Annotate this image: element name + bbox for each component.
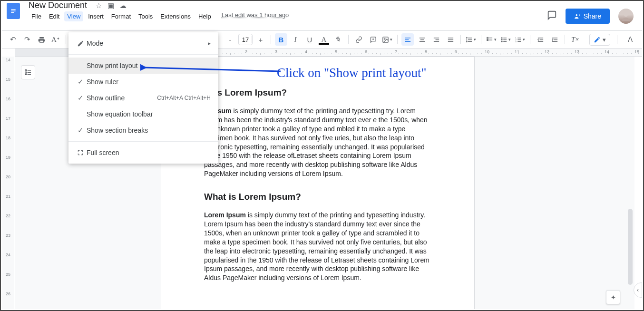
clear-formatting-button[interactable]: T✕ [569, 33, 581, 46]
checklist-button[interactable] [485, 33, 498, 46]
line-spacing-button[interactable] [465, 33, 477, 46]
menu-show-section-breaks[interactable]: ✓ Show section breaks [68, 122, 218, 138]
menu-mode[interactable]: Mode ▸ [68, 35, 218, 51]
side-panel-toggle[interactable]: ‹ [634, 282, 642, 298]
italic-button[interactable]: I [289, 33, 302, 46]
align-left-button[interactable] [401, 33, 414, 46]
highlight-button[interactable]: ✎ [330, 33, 346, 46]
shortcut-label: Ctrl+Alt+A Ctrl+Alt+H [157, 95, 211, 101]
svg-point-9 [501, 37, 502, 38]
menu-file[interactable]: File [29, 11, 44, 21]
svg-text:3: 3 [515, 40, 517, 42]
document-title[interactable]: New Document [29, 0, 87, 10]
font-size-input[interactable]: 17 [238, 34, 253, 45]
pen-icon [594, 36, 601, 43]
docs-logo[interactable] [7, 3, 20, 19]
svg-point-4 [624, 13, 628, 17]
editing-mode-button[interactable]: ▾ [589, 34, 610, 46]
spellcheck-button[interactable]: A✦ [49, 33, 62, 46]
menu-show-equation-toolbar[interactable]: Show equation toolbar [68, 106, 218, 122]
paragraph-2[interactable]: Lorem Ipsum is simply dummy text of the … [204, 211, 431, 282]
align-right-button[interactable] [430, 33, 442, 46]
share-button[interactable]: Share [566, 9, 610, 24]
insert-image-button[interactable] [381, 33, 393, 46]
heading-1[interactable]: at is Lorem Ipsum? [204, 87, 431, 98]
submenu-arrow-icon: ▸ [208, 40, 211, 47]
menu-extensions[interactable]: Extensions [157, 11, 194, 21]
svg-point-3 [576, 14, 577, 16]
align-justify-button[interactable] [444, 33, 457, 46]
add-comment-button[interactable] [367, 33, 379, 46]
pencil-icon [74, 40, 87, 47]
bulleted-list-button[interactable] [499, 33, 512, 46]
paragraph-1[interactable]: m Ipsum is simply dummy text of the prin… [204, 107, 431, 178]
account-avatar[interactable] [618, 9, 634, 24]
cloud-status-icon[interactable]: ☁ [119, 1, 127, 10]
menu-show-print-layout[interactable]: Show print layout [68, 58, 218, 74]
svg-point-10 [501, 39, 502, 40]
explore-button[interactable]: ✦ [606, 290, 620, 304]
underline-button[interactable]: U [303, 33, 316, 46]
person-add-icon [574, 13, 581, 19]
svg-rect-1 [11, 10, 15, 11]
insert-link-button[interactable] [352, 33, 365, 46]
svg-rect-16 [25, 72, 27, 73]
redo-button[interactable]: ↷ [21, 33, 33, 46]
menu-tools[interactable]: Tools [136, 11, 156, 21]
heading-2[interactable]: What is Lorem Ipsum? [204, 192, 431, 202]
svg-rect-7 [487, 37, 488, 39]
outline-toggle-button[interactable] [21, 65, 35, 79]
vertical-scrollbar[interactable] [628, 209, 633, 285]
comment-history-icon[interactable] [546, 10, 557, 23]
svg-rect-15 [25, 70, 27, 71]
share-label: Share [584, 12, 601, 20]
menu-edit[interactable]: Edit [46, 11, 62, 21]
menu-view[interactable]: View [64, 11, 83, 21]
last-edit-link[interactable]: Last edit was 1 hour ago [222, 11, 289, 21]
check-icon: ✓ [74, 126, 87, 135]
indent-increase-button[interactable] [548, 33, 561, 46]
menu-full-screen[interactable]: Full screen [68, 145, 218, 161]
text-color-button[interactable]: A [318, 33, 330, 46]
font-size-increase[interactable]: + [254, 33, 267, 46]
vertical-ruler[interactable]: 14151617181920212223242526 [2, 57, 14, 309]
menu-insert[interactable]: Insert [85, 11, 107, 21]
check-icon: ✓ [74, 78, 87, 86]
svg-rect-17 [25, 74, 27, 75]
menu-bar: File Edit View Insert Format Tools Exten… [29, 11, 289, 21]
indent-decrease-button[interactable] [534, 33, 546, 46]
font-size-decrease[interactable]: - [224, 33, 236, 46]
menu-show-outline[interactable]: ✓ Show outline Ctrl+Alt+A Ctrl+Alt+H [68, 90, 218, 106]
menu-format[interactable]: Format [108, 11, 134, 21]
menu-help[interactable]: Help [195, 11, 214, 21]
undo-button[interactable]: ↶ [7, 33, 19, 46]
svg-rect-2 [11, 12, 14, 13]
menu-show-ruler[interactable]: ✓ Show ruler [68, 74, 218, 90]
star-icon[interactable]: ☆ [96, 1, 102, 10]
view-dropdown-menu: Mode ▸ Show print layout ✓ Show ruler ✓ … [68, 32, 218, 164]
bold-button[interactable]: B [275, 33, 287, 46]
move-icon[interactable]: ▣ [107, 1, 114, 10]
numbered-list-button[interactable]: 123 [514, 33, 526, 46]
align-center-button[interactable] [416, 33, 428, 46]
svg-point-11 [501, 41, 502, 42]
check-icon: ✓ [74, 94, 87, 102]
fullscreen-icon [74, 149, 87, 156]
print-button[interactable] [35, 33, 48, 46]
svg-rect-0 [11, 9, 15, 10]
svg-point-6 [384, 38, 385, 39]
collapse-toolbar-button[interactable]: ᐱ [624, 33, 636, 46]
